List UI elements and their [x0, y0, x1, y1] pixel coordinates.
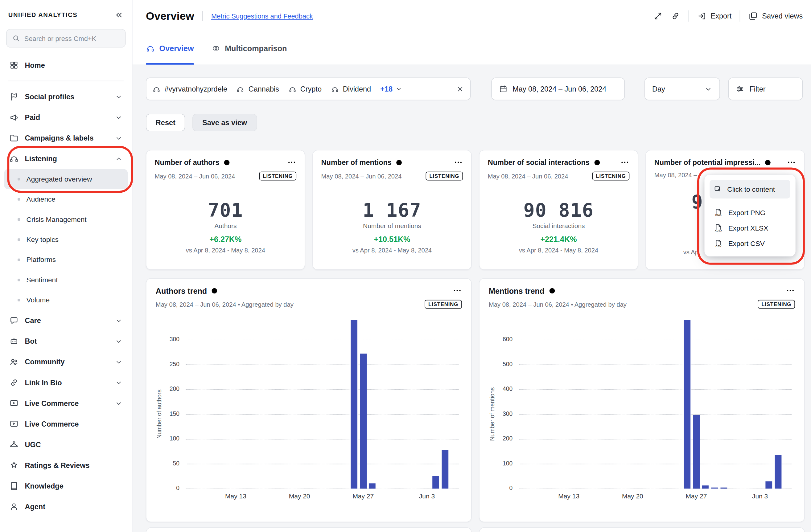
sidebar-item-home[interactable]: Home	[4, 55, 128, 76]
bar-may-28[interactable]	[702, 485, 709, 488]
save-as-view-button[interactable]: Save as view	[193, 114, 257, 131]
kpi-card-number-of-authors: Number of authorsMay 08, 2024 – Jun 06, …	[146, 150, 305, 270]
bar-may-26[interactable]	[684, 320, 691, 488]
clear-queries-button[interactable]	[456, 85, 464, 93]
sidebar-item-community[interactable]: Community	[4, 352, 128, 372]
sidebar-item-agent[interactable]: Agent	[4, 496, 128, 517]
listening-badge: LISTENING	[592, 172, 630, 181]
sidebar-item-label: Social profiles	[25, 92, 75, 101]
card-menu-button[interactable]	[787, 158, 796, 167]
query-chip-dividend[interactable]: Dividend	[331, 85, 371, 93]
bullet-icon	[18, 198, 20, 200]
card-sliver	[479, 527, 805, 532]
headphones-icon	[9, 154, 18, 163]
query-chip-crypto[interactable]: Crypto	[288, 85, 322, 93]
reset-button[interactable]: Reset	[146, 114, 185, 131]
sidebar-item-label: Paid	[25, 113, 41, 122]
sidebar-subitem-crisis-management[interactable]: Crisis Management	[4, 209, 128, 229]
saved-views-button[interactable]: Saved views	[749, 11, 803, 21]
sidebar-item-ratings-reviews[interactable]: Ratings & Reviews	[4, 455, 128, 475]
kpi-value-label: Number of mentions	[321, 222, 463, 229]
listening-badge: LISTENING	[259, 172, 297, 181]
tab-overview[interactable]: Overview	[146, 32, 194, 65]
sidebar-item-campaigns-labels[interactable]: Campaigns & labels	[4, 128, 128, 148]
menu-item-click-to-content[interactable]: Click to content	[709, 180, 790, 199]
card-menu-button[interactable]	[287, 158, 296, 167]
sidebar-item-label: Community	[25, 358, 65, 366]
search-input[interactable]	[24, 34, 120, 42]
folder-icon	[9, 134, 18, 143]
more-queries-chip[interactable]: +18	[380, 85, 402, 93]
sidebar-subitem-sentiment[interactable]: Sentiment	[4, 270, 128, 290]
bar-jun-5[interactable]	[775, 455, 782, 488]
listening-query-chips: #vyrvatnohyzprdeleCannabisCryptoDividend…	[146, 78, 471, 100]
help-icon[interactable]	[764, 158, 772, 166]
chevron-down-icon	[704, 85, 712, 93]
help-icon[interactable]	[223, 158, 231, 166]
sidebar-subitem-aggregated-overview[interactable]: Aggregated overview	[4, 169, 128, 189]
listening-badge: LISTENING	[758, 300, 795, 309]
date-range-picker[interactable]: May 08, 2024 – Jun 06, 2024	[491, 78, 625, 100]
sidebar-item-link-in-bio[interactable]: Link In Bio	[4, 372, 128, 393]
bar-may-27[interactable]	[360, 354, 367, 488]
card-menu-button[interactable]	[453, 286, 462, 295]
tab-multicomparison[interactable]: Multicomparison	[212, 32, 287, 65]
date-range-value: May 08, 2024 – Jun 06, 2024	[512, 85, 606, 93]
help-icon[interactable]	[395, 158, 403, 166]
bar-may-27[interactable]	[693, 416, 700, 488]
card-menu-button[interactable]	[786, 286, 795, 295]
menu-item-export-xlsx[interactable]: XLSXExport XLSX	[709, 220, 790, 236]
query-chip-label: #vyrvatnohyzprdele	[164, 85, 227, 93]
query-chip-cannabis[interactable]: Cannabis	[236, 85, 279, 93]
search-box[interactable]	[6, 29, 125, 47]
bar-jun-5[interactable]	[442, 450, 449, 488]
expand-view-button[interactable]	[653, 11, 662, 21]
help-icon[interactable]	[593, 158, 601, 166]
bar-may-26[interactable]	[351, 320, 357, 488]
sidebar-subitem-audience[interactable]: Audience	[4, 189, 128, 209]
metric-suggestions-link[interactable]: Metric Suggestions and Feedback	[211, 12, 313, 20]
sidebar-item-bot[interactable]: Bot	[4, 331, 128, 351]
sidebar-item-knowledge[interactable]: Knowledge	[4, 475, 128, 496]
help-icon[interactable]	[548, 287, 556, 294]
kpi-value: 1 167	[321, 201, 463, 219]
sidebar-subitem-platforms[interactable]: Platforms	[4, 250, 128, 270]
collapse-sidebar-button[interactable]	[114, 11, 124, 20]
charts-row: Authors trendMay 08, 2024 – Jun 06, 2024…	[146, 278, 805, 522]
kpi-card-number-of-mentions: Number of mentionsMay 08, 2024 – Jun 06,…	[312, 150, 472, 270]
menu-item-export-csv[interactable]: CSVExport CSV	[709, 236, 790, 251]
card-menu-button[interactable]	[620, 158, 629, 167]
bar-jun-4[interactable]	[766, 481, 772, 488]
query-chip-vyrvatnohyzprdele[interactable]: #vyrvatnohyzprdele	[153, 85, 227, 93]
bar-may-29[interactable]	[711, 488, 718, 488]
bar-may-30[interactable]	[720, 488, 727, 488]
menu-item-export-png[interactable]: PNGExport PNG	[709, 205, 790, 220]
sidebar-item-care[interactable]: Care	[4, 310, 128, 331]
help-icon[interactable]	[211, 287, 218, 294]
kpi-title: Number of social interactions	[488, 158, 590, 167]
bar-jun-4[interactable]	[433, 476, 440, 488]
sidebar-item-listening[interactable]: Listening	[4, 148, 128, 169]
agent-icon	[9, 502, 18, 511]
sidebar-subitem-volume[interactable]: Volume	[4, 290, 128, 310]
search-icon	[12, 34, 20, 43]
y-tick-label: 500	[489, 361, 512, 367]
plot-area: May 13May 20May 27Jun 3	[519, 316, 792, 488]
card-menu-button[interactable]	[454, 158, 463, 167]
export-button[interactable]: Export	[697, 11, 732, 21]
y-tick-label: 0	[156, 485, 180, 491]
sidebar-item-live-commerce[interactable]: Live Commerce	[4, 413, 128, 434]
kpi-card-number-of-social-interactions: Number of social interactionsMay 08, 202…	[479, 150, 638, 270]
granularity-select[interactable]: Day	[644, 78, 720, 100]
sidebar-item-live-commerce[interactable]: Live Commerce	[4, 393, 128, 413]
sidebar-subitem-label: Crisis Management	[27, 216, 87, 223]
chevron-down-icon	[115, 134, 122, 142]
bar-may-28[interactable]	[369, 484, 376, 488]
chevron-down-icon	[115, 337, 122, 345]
copy-link-button[interactable]	[671, 11, 680, 21]
filter-button[interactable]: Filter	[728, 78, 803, 100]
sidebar-item-paid[interactable]: Paid	[4, 107, 128, 128]
sidebar-item-social-profiles[interactable]: Social profiles	[4, 86, 128, 107]
sidebar-item-ugc[interactable]: UGC	[4, 434, 128, 455]
sidebar-subitem-key-topics[interactable]: Key topics	[4, 230, 128, 250]
